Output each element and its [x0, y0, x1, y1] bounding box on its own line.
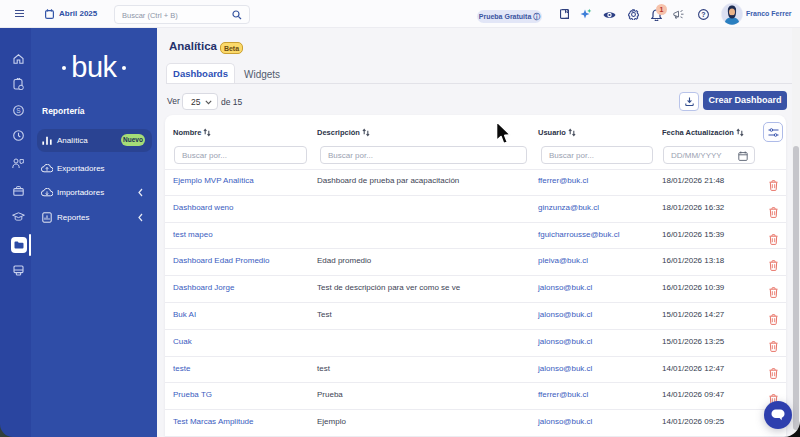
svg-text:?: ? — [701, 11, 705, 18]
svg-text:S: S — [16, 107, 21, 114]
